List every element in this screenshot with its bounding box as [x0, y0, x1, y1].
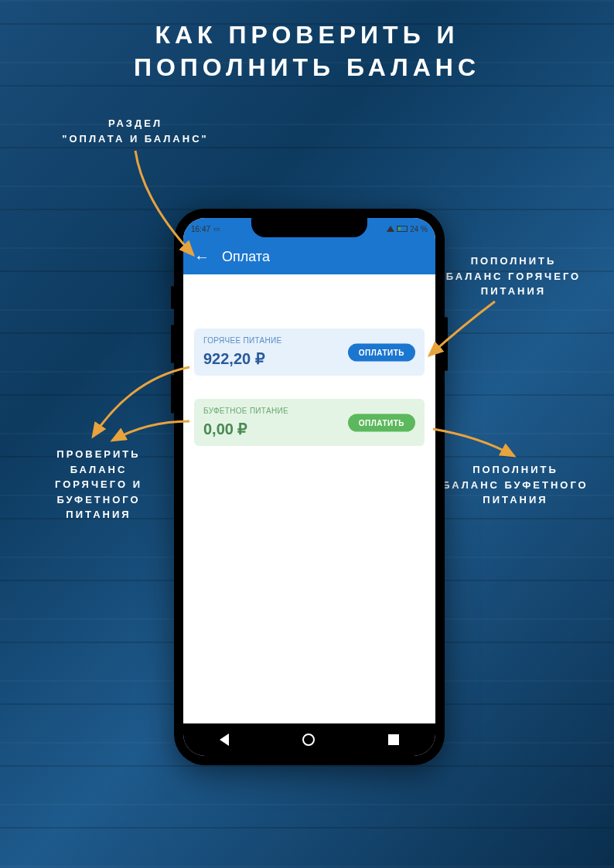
pay-buffet-button[interactable]: ОПЛАТИТЬ: [348, 414, 415, 431]
phone-button: [171, 375, 174, 414]
nav-recent-icon[interactable]: [388, 734, 399, 745]
nav-back-icon[interactable]: [220, 734, 229, 746]
screen-content: ГОРЯЧЕЕ ПИТАНИЕ 922,20 ₽ ОПЛАТИТЬ БУФЕТН…: [183, 274, 435, 446]
page-title: КАК ПРОВЕРИТЬ И ПОПОЛНИТЬ БАЛАНС: [0, 19, 614, 83]
nav-home-icon[interactable]: [302, 734, 315, 746]
callout-topup-hot: ПОПОЛНИТЬ БАЛАНС ГОРЯЧЕГО ПИТАНИЯ: [440, 254, 587, 299]
title-line-2: ПОПОЛНИТЬ БАЛАНС: [0, 52, 614, 84]
signal-icon: [387, 226, 394, 232]
phone-screen: 16:47 ▭ 24 % ← Оплата ГОРЯЧЕЕ ПИТАНИЕ 92…: [183, 218, 435, 756]
phone-button: [171, 325, 174, 363]
hot-meal-card: ГОРЯЧЕЕ ПИТАНИЕ 922,20 ₽ ОПЛАТИТЬ: [194, 328, 425, 376]
status-time: 16:47: [191, 225, 210, 233]
app-bar: ← Оплата: [183, 240, 435, 274]
back-arrow-icon[interactable]: ←: [194, 248, 210, 266]
pay-hot-button[interactable]: ОПЛАТИТЬ: [348, 343, 415, 361]
callout-topup-buffet: ПОПОЛНИТЬ БАЛАНС БУФЕТНОГО ПИТАНИЯ: [436, 462, 595, 508]
battery-icon: [397, 226, 408, 232]
appbar-title: Оплата: [222, 249, 270, 265]
android-navbar: [183, 723, 435, 756]
callout-check-balance: ПРОВЕРИТЬ БАЛАНС ГОРЯЧЕГО И БУФЕТНОГО ПИ…: [35, 447, 162, 523]
buffet-meal-card: БУФЕТНОЕ ПИТАНИЕ 0,00 ₽ ОПЛАТИТЬ: [194, 399, 425, 446]
title-line-1: КАК ПРОВЕРИТЬ И: [0, 19, 614, 52]
callout-section: РАЗДЕЛ "ОПЛАТА И БАЛАНС": [46, 116, 224, 146]
phone-button: [445, 317, 448, 371]
gallery-icon: ▭: [213, 225, 220, 233]
battery-pct: 24 %: [410, 225, 428, 233]
phone-frame: 16:47 ▭ 24 % ← Оплата ГОРЯЧЕЕ ПИТАНИЕ 92…: [174, 209, 445, 765]
phone-notch: [251, 218, 367, 237]
phone-button: [171, 286, 174, 309]
